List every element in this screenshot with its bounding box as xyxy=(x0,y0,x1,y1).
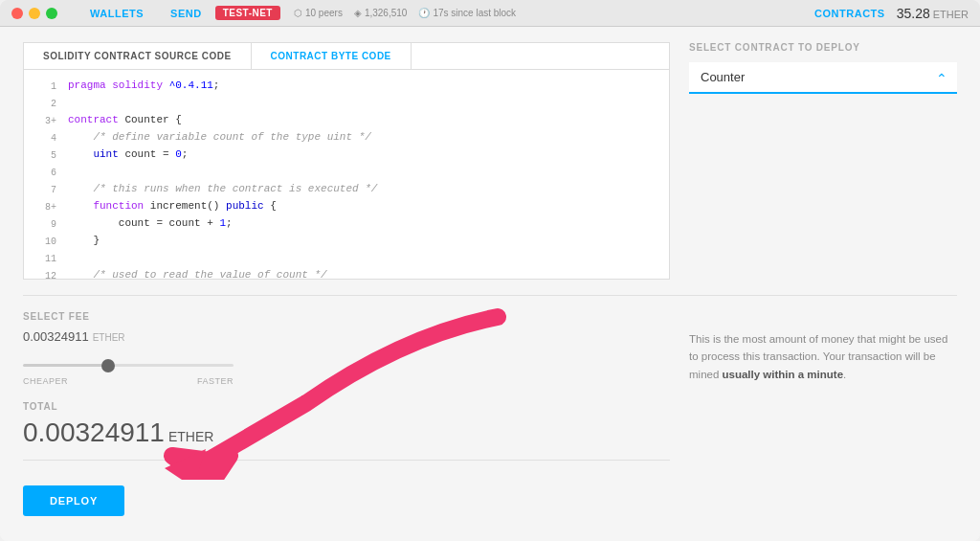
total-label: TOTAL xyxy=(23,401,670,412)
peers-count: 10 peers xyxy=(305,8,343,18)
tab-bytecode[interactable]: CONTRACT BYTE CODE xyxy=(252,43,412,69)
code-panel: SOLIDITY CONTRACT SOURCE CODE CONTRACT B… xyxy=(23,42,670,280)
total-unit: ETHER xyxy=(168,429,213,444)
contract-select[interactable]: Counter xyxy=(689,62,957,94)
code-line: 4 /* define variable count of the type u… xyxy=(24,129,669,147)
slider-labels: CHEAPER FASTER xyxy=(23,376,234,386)
fee-unit: ETHER xyxy=(93,332,125,343)
code-line: 2 xyxy=(24,95,669,112)
time-stat: 🕐 17s since last block xyxy=(418,8,516,18)
code-line: 10 } xyxy=(24,233,669,250)
nav-wallets[interactable]: WALLETS xyxy=(77,8,157,19)
fee-slider[interactable] xyxy=(23,364,234,367)
deploy-button[interactable]: DEPLOY xyxy=(23,485,124,516)
slider-min-label: CHEAPER xyxy=(23,376,68,386)
bottom-section: SELECT FEE 0.00324911ETHER CHEAPER FASTE… xyxy=(0,296,980,541)
code-line: 3+ contract Counter { xyxy=(24,112,669,129)
fee-info-text: This is the most amount of money that mi… xyxy=(689,311,957,526)
nav-send[interactable]: SEND xyxy=(157,8,215,19)
code-content[interactable]: 1 pragma solidity ^0.4.11; 2 3+ contract… xyxy=(24,70,669,279)
code-line: 12 /* used to read the value of count */ xyxy=(24,267,669,279)
clock-icon: 🕐 xyxy=(418,8,430,18)
traffic-lights xyxy=(11,8,57,19)
code-line: 5 uint count = 0; xyxy=(24,147,669,164)
block-stat: ◈ 1,326,510 xyxy=(354,8,408,18)
slider-max-label: FASTER xyxy=(197,376,234,386)
contract-selector-label: SELECT CONTRACT TO DEPLOY xyxy=(689,42,957,53)
fee-info-part2: . xyxy=(843,369,846,380)
block-icon: ◈ xyxy=(354,8,362,18)
code-line: 1 pragma solidity ^0.4.11; xyxy=(24,78,669,95)
slider-container xyxy=(23,353,670,371)
fee-info-bold: usually within a minute xyxy=(723,369,844,380)
divider2 xyxy=(23,460,670,461)
code-line: 11 xyxy=(24,250,669,267)
nav-links: WALLETS SEND TEST-NET ⬡ 10 peers ◈ 1,326… xyxy=(77,6,814,20)
contract-select-wrapper: Counter ⌃ xyxy=(689,62,957,94)
peers-icon: ⬡ xyxy=(294,8,302,18)
tab-source[interactable]: SOLIDITY CONTRACT SOURCE CODE xyxy=(24,43,252,69)
balance-currency: ETHER xyxy=(933,9,969,20)
ether-balance: 35.28ETHER xyxy=(897,6,969,21)
total-amount: 0.00324911ETHER xyxy=(23,417,670,448)
testnet-badge: TEST-NET xyxy=(215,6,280,20)
balance-amount: 35.28 xyxy=(897,6,930,21)
code-line: 8+ function increment() public { xyxy=(24,198,669,215)
peers-stat: ⬡ 10 peers xyxy=(294,8,343,18)
total-value: 0.00324911 xyxy=(23,417,165,447)
total-section: TOTAL 0.00324911ETHER xyxy=(23,401,670,448)
titlebar: WALLETS SEND TEST-NET ⬡ 10 peers ◈ 1,326… xyxy=(0,0,980,27)
top-section: SOLIDITY CONTRACT SOURCE CODE CONTRACT B… xyxy=(0,27,980,280)
right-panel: SELECT CONTRACT TO DEPLOY Counter ⌃ xyxy=(689,42,957,280)
code-line: 9 count = count + 1; xyxy=(24,215,669,233)
fee-label: SELECT FEE xyxy=(23,311,670,322)
app-window: WALLETS SEND TEST-NET ⬡ 10 peers ◈ 1,326… xyxy=(0,0,980,541)
fee-section: SELECT FEE 0.00324911ETHER CHEAPER FASTE… xyxy=(23,311,670,526)
spacer xyxy=(0,280,980,295)
code-line: 6 xyxy=(24,164,669,181)
code-tabs: SOLIDITY CONTRACT SOURCE CODE CONTRACT B… xyxy=(24,43,669,70)
maximize-button[interactable] xyxy=(46,8,57,19)
code-line: 7 /* this runs when the contract is exec… xyxy=(24,181,669,198)
titlebar-right: CONTRACTS 35.28ETHER xyxy=(814,6,969,21)
fee-amount: 0.00324911ETHER xyxy=(23,329,670,344)
main-content: SOLIDITY CONTRACT SOURCE CODE CONTRACT B… xyxy=(0,27,980,541)
network-info: ⬡ 10 peers ◈ 1,326,510 🕐 17s since last … xyxy=(294,8,516,18)
time-since-block: 17s since last block xyxy=(433,8,516,18)
fee-value: 0.00324911 xyxy=(23,329,89,344)
spacer2 xyxy=(23,448,670,460)
minimize-button[interactable] xyxy=(29,8,40,19)
block-number: 1,326,510 xyxy=(365,8,408,18)
contracts-nav-link[interactable]: CONTRACTS xyxy=(814,8,885,19)
close-button[interactable] xyxy=(11,8,23,19)
